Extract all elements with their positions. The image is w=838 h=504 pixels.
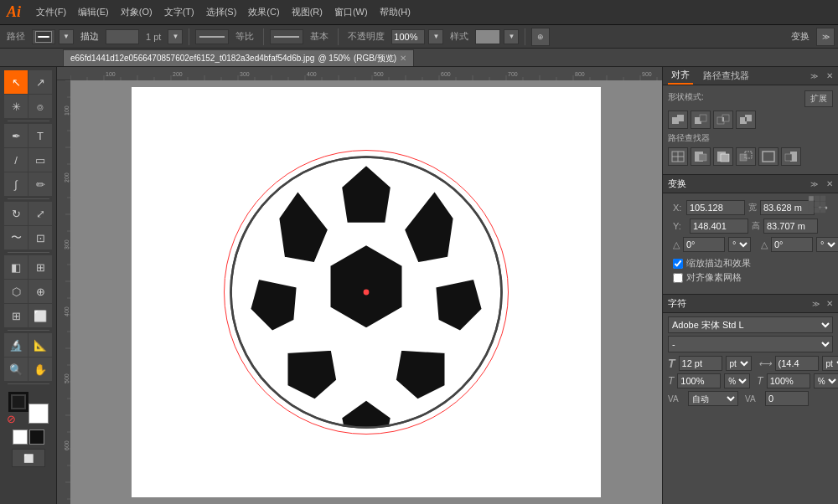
select-tool-btn[interactable]: ↖: [4, 70, 28, 94]
vscale-select[interactable]: %: [814, 373, 838, 388]
angle1-input[interactable]: [683, 237, 725, 252]
tab-close-btn[interactable]: ✕: [400, 54, 406, 63]
transform-close-icon[interactable]: ✕: [826, 179, 833, 188]
menu-help[interactable]: 帮助(H): [375, 4, 416, 20]
menu-object[interactable]: 对象(O): [116, 4, 158, 20]
panel-close-icon[interactable]: ✕: [826, 71, 833, 80]
trim-btn[interactable]: [691, 147, 711, 166]
kerning-select[interactable]: 自动: [688, 391, 738, 406]
crop-btn[interactable]: [736, 147, 756, 166]
pathfinder-tab[interactable]: 路径查找器: [700, 68, 753, 84]
menu-view[interactable]: 视图(R): [287, 4, 328, 20]
style-line-preview: [270, 29, 303, 44]
opacity-btn[interactable]: ▼: [428, 29, 443, 44]
style-btn[interactable]: ▼: [504, 29, 519, 44]
align-tab[interactable]: 对齐: [668, 67, 693, 85]
blend-tool-btn[interactable]: ⬡: [4, 280, 28, 303]
hscale-input[interactable]: [677, 373, 721, 388]
more-btn[interactable]: ≫: [816, 28, 835, 46]
font-size-select[interactable]: pt: [726, 356, 752, 371]
menu-text[interactable]: 文字(T): [159, 4, 199, 20]
file-tab[interactable]: e66fd1441d12e0566470857602ef6152_t0182a3…: [63, 49, 414, 66]
hscale-select[interactable]: %: [724, 373, 750, 388]
paintbrush-tool-btn[interactable]: ∫: [4, 172, 28, 196]
menu-file[interactable]: 文件(F): [31, 4, 71, 20]
line-tool-btn[interactable]: /: [4, 148, 28, 172]
intersect-btn[interactable]: [713, 111, 733, 129]
rect-tool-btn[interactable]: ▭: [28, 148, 52, 172]
gradient-tool-btn[interactable]: ◧: [4, 255, 28, 279]
angle1-select[interactable]: °: [728, 237, 751, 252]
merge-btn[interactable]: [713, 147, 733, 166]
symbol-spray-btn[interactable]: ⊕: [28, 280, 52, 303]
angle2-input[interactable]: [771, 237, 813, 252]
vscale-input[interactable]: [767, 373, 810, 388]
height-input[interactable]: [763, 219, 818, 234]
angle2-select[interactable]: °: [816, 237, 838, 252]
warp-tool-btn[interactable]: 〜: [4, 226, 28, 249]
menu-effect[interactable]: 效果(C): [243, 4, 284, 20]
soccer-ball-container[interactable]: [224, 150, 509, 435]
tracking-input[interactable]: [765, 391, 809, 406]
white-swatch[interactable]: [13, 429, 28, 445]
align-pixel-checkbox[interactable]: [673, 273, 683, 283]
tool-separator-2: [8, 198, 49, 199]
leading-select[interactable]: pt: [822, 356, 838, 371]
magic-wand-tool-btn[interactable]: ✳: [4, 95, 28, 118]
measure-tool-btn[interactable]: 📐: [28, 333, 52, 357]
hand-tool-btn[interactable]: ✋: [28, 357, 52, 381]
type-tool-btn[interactable]: T: [28, 124, 52, 147]
lasso-tool-btn[interactable]: ⌾: [28, 95, 52, 118]
menu-window[interactable]: 窗口(W): [329, 4, 373, 20]
font-style-select[interactable]: -: [668, 336, 833, 352]
minus-back-btn[interactable]: [781, 147, 801, 166]
y-input[interactable]: [690, 219, 748, 234]
unite-btn[interactable]: [668, 111, 688, 129]
char-panel-more-icon[interactable]: ≫: [812, 300, 820, 308]
shape-modes-label: 形状模式:: [668, 91, 704, 103]
black-swatch[interactable]: [29, 429, 44, 445]
panel-more-icon[interactable]: ≫: [810, 72, 818, 80]
stroke-width-btn[interactable]: ▼: [168, 29, 183, 44]
zoom-tool-btn[interactable]: 🔍: [4, 357, 28, 381]
width-input[interactable]: [760, 200, 815, 215]
screen-mode-btn[interactable]: ⬜: [12, 449, 45, 467]
column-graph-btn[interactable]: ⊞: [4, 304, 28, 327]
transform-label[interactable]: 变换: [791, 30, 810, 43]
fill-color-inner: [13, 396, 24, 408]
scale-tool-btn[interactable]: ⤢: [28, 202, 52, 225]
eyedropper-tool-btn[interactable]: 🔬: [4, 333, 28, 357]
divide-btn[interactable]: [668, 147, 688, 166]
ruler-left: 100 200 300 400 500 600: [57, 80, 70, 504]
stroke-preview[interactable]: [32, 29, 55, 44]
stroke-color-swatch[interactable]: [8, 392, 28, 412]
font-select[interactable]: Adobe 宋体 Std L: [668, 316, 833, 333]
outline-btn[interactable]: [758, 147, 779, 166]
pen-tool-btn[interactable]: ✒: [4, 124, 28, 147]
pathfinder-section-label: 路径查找器: [668, 132, 833, 144]
pencil-tool-btn[interactable]: ✏: [28, 172, 52, 196]
font-size-input[interactable]: [679, 356, 722, 371]
direct-select-tool-btn[interactable]: ↗: [28, 70, 52, 94]
x-input[interactable]: [686, 200, 745, 215]
stroke-width-input[interactable]: [106, 29, 139, 44]
menu-select[interactable]: 选择(S): [201, 4, 242, 20]
leading-input[interactable]: [775, 356, 819, 371]
menu-edit[interactable]: 编辑(E): [73, 4, 114, 20]
rotate-tool-btn[interactable]: ↻: [4, 202, 28, 225]
artboard-btn[interactable]: ⬜: [28, 304, 52, 327]
reference-grid[interactable]: [808, 195, 826, 215]
transform-expand-icon[interactable]: ≫: [810, 180, 818, 188]
opacity-input[interactable]: [391, 29, 425, 44]
exclude-btn[interactable]: [736, 111, 756, 129]
expand-btn[interactable]: 扩展: [804, 90, 833, 107]
extra-options-btn[interactable]: ⊕: [531, 28, 550, 46]
none-color-icon[interactable]: ⊘: [7, 413, 16, 425]
scale-strokes-checkbox[interactable]: [673, 259, 683, 269]
minus-front-btn[interactable]: [691, 111, 711, 129]
mesh-tool-btn[interactable]: ⊞: [28, 255, 52, 279]
free-transform-btn[interactable]: ⊡: [28, 226, 52, 249]
stroke-options-btn[interactable]: ▼: [59, 29, 74, 44]
background-color-swatch[interactable]: [28, 404, 49, 424]
char-panel-close-icon[interactable]: ✕: [826, 299, 833, 308]
